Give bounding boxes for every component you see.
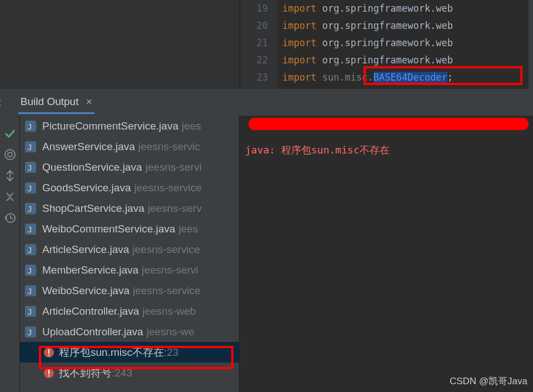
target-icon[interactable]: [3, 148, 17, 161]
tree-file-item[interactable]: J UploadController.javajeesns-we: [20, 321, 239, 342]
java-file-icon: J: [24, 141, 37, 153]
java-file-icon: J: [24, 305, 37, 317]
file-path: jeesns-service: [134, 182, 201, 194]
file-path: jeesns-serv: [148, 202, 202, 215]
file-name: UploadController.java: [42, 326, 143, 338]
build-body: J PictureCommentService.javajees J Answe…: [0, 116, 533, 392]
error-icon: [43, 368, 54, 379]
file-name: ArticleController.java: [42, 305, 139, 317]
file-path: jeesns-servi: [146, 161, 202, 173]
svg-text:J: J: [28, 225, 32, 234]
file-path: jeesns-web: [142, 305, 196, 317]
java-file-icon: J: [24, 244, 37, 256]
code-line: import org.springframework.web: [282, 34, 533, 52]
file-path: jees: [178, 223, 198, 235]
tree-file-item[interactable]: J WeiboCommentService.javajees: [20, 219, 239, 239]
checkmark-icon[interactable]: [3, 127, 17, 140]
file-name: MemberService.java: [42, 264, 138, 276]
code-editor: 19 20 21 22 23 import org.springframewor…: [0, 0, 533, 89]
svg-text:J: J: [28, 287, 32, 296]
line-number: 23: [240, 69, 278, 86]
svg-rect-29: [48, 370, 49, 374]
code-line: import org.springframework.web: [282, 0, 533, 17]
tool-strip: [0, 116, 20, 392]
file-path: jeesns-we: [147, 326, 195, 338]
line-number: 20: [240, 17, 278, 34]
error-line: :243: [112, 367, 132, 379]
svg-point-1: [8, 152, 12, 157]
java-file-icon: J: [24, 223, 37, 235]
java-file-icon: J: [24, 285, 37, 297]
code-content[interactable]: import org.springframework.web import or…: [278, 0, 533, 89]
line-gutter: 19 20 21 22 23: [240, 0, 278, 89]
java-file-icon: J: [24, 326, 37, 338]
svg-text:J: J: [28, 266, 32, 275]
code-line: import sun.misc.BASE64Decoder;: [282, 69, 533, 86]
svg-text:J: J: [28, 328, 32, 337]
expand-icon[interactable]: [3, 169, 17, 182]
file-path: jeesns-service: [133, 285, 200, 297]
build-label: uild:: [0, 96, 2, 108]
svg-text:J: J: [28, 184, 32, 193]
file-name: WeiboCommentService.java: [42, 223, 175, 235]
file-path: jees: [182, 120, 201, 132]
tree-file-item[interactable]: J ShopCartService.javajeesns-serv: [20, 198, 239, 219]
svg-text:J: J: [28, 143, 32, 152]
editor-left-pane: [0, 0, 240, 89]
watermark: CSDN @凯哥Java: [450, 375, 527, 388]
file-name: AnswerService.java: [42, 141, 135, 153]
tree-file-item[interactable]: J QuestionService.javajeesns-servi: [20, 157, 239, 177]
svg-rect-26: [48, 349, 49, 354]
code-line: import org.springframework.web: [282, 17, 533, 34]
tree-file-item[interactable]: J ArticleController.javajeesns-web: [20, 301, 239, 321]
build-tree: J PictureCommentService.javajees J Answe…: [20, 116, 240, 392]
error-line: :23: [164, 346, 178, 359]
file-name: PictureCommentService.java: [42, 120, 178, 132]
svg-text:J: J: [28, 246, 32, 255]
svg-rect-30: [48, 375, 49, 376]
tab-build-output[interactable]: Build Output ×: [18, 91, 94, 114]
error-text: 找不到符号: [59, 366, 112, 380]
collapse-icon[interactable]: [3, 190, 17, 204]
tree-error-item[interactable]: 程序包sun.misc不存在:23: [20, 342, 239, 363]
tree-file-item[interactable]: J PictureCommentService.javajees: [20, 116, 239, 136]
line-number: 22: [240, 52, 278, 69]
svg-rect-27: [48, 355, 49, 356]
line-number: 21: [240, 34, 278, 52]
file-name: QuestionService.java: [42, 161, 142, 173]
file-name: ShopCartService.java: [42, 202, 145, 215]
svg-point-0: [5, 150, 15, 160]
close-icon[interactable]: ×: [86, 96, 92, 107]
build-panel-header: uild: Build Output ×: [0, 89, 533, 116]
tree-file-item[interactable]: J ArticleService.javajeesns-service: [20, 239, 239, 260]
line-number: 19: [240, 0, 278, 17]
editor-scrollbar[interactable]: [529, 0, 533, 89]
tree-file-item[interactable]: J MemberService.javajeesns-servi: [20, 260, 239, 280]
error-detail-panel: java: 程序包sun.misc不存在: [240, 116, 533, 392]
java-file-icon: J: [24, 120, 37, 132]
svg-text:J: J: [28, 163, 32, 172]
java-file-icon: J: [24, 182, 37, 194]
error-text: 程序包sun.misc不存在: [59, 345, 164, 360]
tree-file-item[interactable]: J WeiboService.javajeesns-service: [20, 280, 239, 301]
history-icon[interactable]: [3, 211, 17, 225]
tab-label: Build Output: [21, 96, 79, 107]
file-path: jeesns-service: [132, 244, 200, 256]
file-path: jeesns-servic: [138, 141, 200, 153]
file-name: GoodsService.java: [42, 182, 131, 194]
svg-text:J: J: [28, 307, 32, 316]
java-file-icon: J: [24, 202, 37, 215]
code-line: import org.springframework.web: [282, 52, 533, 69]
svg-text:J: J: [28, 205, 32, 214]
file-path: jeesns-servi: [142, 264, 198, 276]
file-name: ArticleService.java: [42, 244, 129, 256]
svg-text:J: J: [28, 122, 32, 131]
tree-file-item[interactable]: J GoodsService.javajeesns-service: [20, 177, 239, 198]
java-file-icon: J: [24, 264, 37, 276]
tree-error-item[interactable]: 找不到符号:243: [20, 363, 239, 383]
annotation-redacted-path: [248, 118, 529, 130]
java-file-icon: J: [24, 161, 37, 173]
error-icon: [43, 347, 54, 358]
file-name: WeiboService.java: [42, 285, 129, 297]
tree-file-item[interactable]: J AnswerService.javajeesns-servic: [20, 136, 239, 157]
